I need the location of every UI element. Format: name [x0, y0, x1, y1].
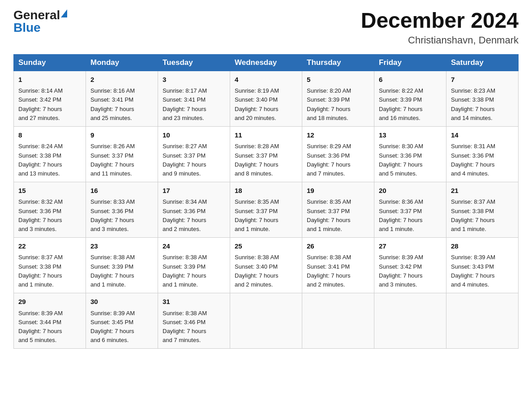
day-info: Sunrise: 8:17 AMSunset: 3:41 PMDaylight:… [163, 86, 225, 123]
day-info: Sunrise: 8:27 AMSunset: 3:37 PMDaylight:… [163, 142, 225, 178]
day-number: 13 [379, 130, 442, 141]
day-number: 24 [163, 241, 225, 252]
calendar-week-row: 8Sunrise: 8:24 AMSunset: 3:38 PMDaylight… [14, 126, 519, 182]
day-info: Sunrise: 8:39 AMSunset: 3:44 PMDaylight:… [18, 309, 81, 345]
calendar-cell [374, 293, 446, 349]
calendar-header-wednesday: Wednesday [230, 54, 302, 71]
day-number: 23 [90, 241, 153, 252]
calendar-week-row: 29Sunrise: 8:39 AMSunset: 3:44 PMDayligh… [14, 293, 519, 349]
calendar-cell: 25Sunrise: 8:38 AMSunset: 3:40 PMDayligh… [230, 237, 302, 293]
day-number: 30 [90, 297, 153, 307]
calendar-cell: 15Sunrise: 8:32 AMSunset: 3:36 PMDayligh… [14, 182, 86, 237]
day-number: 11 [235, 130, 297, 141]
day-info: Sunrise: 8:38 AMSunset: 3:40 PMDaylight:… [235, 253, 297, 289]
day-info: Sunrise: 8:37 AMSunset: 3:38 PMDaylight:… [18, 253, 81, 289]
logo-blue: Blue [13, 21, 41, 34]
calendar-cell: 14Sunrise: 8:31 AMSunset: 3:36 PMDayligh… [446, 126, 519, 182]
day-number: 7 [451, 75, 514, 85]
calendar-cell [446, 293, 519, 349]
day-info: Sunrise: 8:20 AMSunset: 3:39 PMDaylight:… [307, 86, 369, 123]
day-info: Sunrise: 8:22 AMSunset: 3:39 PMDaylight:… [379, 86, 442, 123]
calendar-cell: 13Sunrise: 8:30 AMSunset: 3:36 PMDayligh… [374, 126, 446, 182]
day-info: Sunrise: 8:39 AMSunset: 3:43 PMDaylight:… [451, 253, 514, 289]
day-info: Sunrise: 8:26 AMSunset: 3:37 PMDaylight:… [90, 142, 153, 178]
day-info: Sunrise: 8:23 AMSunset: 3:38 PMDaylight:… [451, 86, 514, 123]
location-title: Christianshavn, Denmark [361, 34, 519, 46]
calendar-cell: 2Sunrise: 8:16 AMSunset: 3:41 PMDaylight… [86, 71, 158, 126]
day-number: 21 [451, 186, 514, 196]
calendar-cell: 18Sunrise: 8:35 AMSunset: 3:37 PMDayligh… [230, 182, 302, 237]
calendar-cell: 9Sunrise: 8:26 AMSunset: 3:37 PMDaylight… [86, 126, 158, 182]
day-info: Sunrise: 8:38 AMSunset: 3:39 PMDaylight:… [163, 253, 225, 289]
calendar-cell: 16Sunrise: 8:33 AMSunset: 3:36 PMDayligh… [86, 182, 158, 237]
day-number: 12 [307, 130, 369, 141]
calendar-table: SundayMondayTuesdayWednesdayThursdayFrid… [13, 54, 519, 349]
day-number: 20 [379, 186, 442, 196]
day-info: Sunrise: 8:30 AMSunset: 3:36 PMDaylight:… [379, 142, 442, 178]
day-info: Sunrise: 8:19 AMSunset: 3:40 PMDaylight:… [235, 86, 297, 123]
calendar-cell: 6Sunrise: 8:22 AMSunset: 3:39 PMDaylight… [374, 71, 446, 126]
day-number: 15 [18, 186, 81, 196]
day-number: 1 [18, 75, 81, 85]
day-number: 18 [235, 186, 297, 196]
day-number: 10 [163, 130, 225, 141]
day-number: 27 [379, 241, 442, 252]
day-number: 14 [451, 130, 514, 141]
calendar-cell: 27Sunrise: 8:39 AMSunset: 3:42 PMDayligh… [374, 237, 446, 293]
day-info: Sunrise: 8:32 AMSunset: 3:36 PMDaylight:… [18, 197, 81, 234]
logo-general: General [13, 9, 60, 21]
calendar-header-friday: Friday [374, 54, 446, 71]
day-number: 3 [163, 75, 225, 85]
calendar-cell: 24Sunrise: 8:38 AMSunset: 3:39 PMDayligh… [158, 237, 230, 293]
day-number: 28 [451, 241, 514, 252]
day-info: Sunrise: 8:29 AMSunset: 3:36 PMDaylight:… [307, 142, 369, 178]
calendar-cell: 28Sunrise: 8:39 AMSunset: 3:43 PMDayligh… [446, 237, 519, 293]
calendar-cell: 3Sunrise: 8:17 AMSunset: 3:41 PMDaylight… [158, 71, 230, 126]
day-info: Sunrise: 8:28 AMSunset: 3:37 PMDaylight:… [235, 142, 297, 178]
calendar-cell [230, 293, 302, 349]
calendar-cell: 30Sunrise: 8:39 AMSunset: 3:45 PMDayligh… [86, 293, 158, 349]
day-number: 16 [90, 186, 153, 196]
logo: General Blue [13, 9, 67, 34]
calendar-cell: 4Sunrise: 8:19 AMSunset: 3:40 PMDaylight… [230, 71, 302, 126]
calendar-header-saturday: Saturday [446, 54, 519, 71]
calendar-cell: 11Sunrise: 8:28 AMSunset: 3:37 PMDayligh… [230, 126, 302, 182]
day-number: 31 [163, 297, 225, 307]
calendar-header-tuesday: Tuesday [158, 54, 230, 71]
logo-arrow-icon [61, 9, 67, 17]
calendar-cell: 1Sunrise: 8:14 AMSunset: 3:42 PMDaylight… [14, 71, 86, 126]
calendar-cell: 31Sunrise: 8:38 AMSunset: 3:46 PMDayligh… [158, 293, 230, 349]
calendar-cell: 17Sunrise: 8:34 AMSunset: 3:36 PMDayligh… [158, 182, 230, 237]
day-number: 2 [90, 75, 153, 85]
calendar-cell [302, 293, 374, 349]
day-info: Sunrise: 8:24 AMSunset: 3:38 PMDaylight:… [18, 142, 81, 178]
calendar-header-thursday: Thursday [302, 54, 374, 71]
calendar-cell: 10Sunrise: 8:27 AMSunset: 3:37 PMDayligh… [158, 126, 230, 182]
day-number: 19 [307, 186, 369, 196]
day-info: Sunrise: 8:34 AMSunset: 3:36 PMDaylight:… [163, 197, 225, 234]
day-info: Sunrise: 8:35 AMSunset: 3:37 PMDaylight:… [235, 197, 297, 234]
day-info: Sunrise: 8:31 AMSunset: 3:36 PMDaylight:… [451, 142, 514, 178]
calendar-header-row: SundayMondayTuesdayWednesdayThursdayFrid… [14, 54, 519, 71]
day-info: Sunrise: 8:38 AMSunset: 3:41 PMDaylight:… [307, 253, 369, 289]
calendar-week-row: 15Sunrise: 8:32 AMSunset: 3:36 PMDayligh… [14, 182, 519, 237]
calendar-cell: 26Sunrise: 8:38 AMSunset: 3:41 PMDayligh… [302, 237, 374, 293]
calendar-cell: 5Sunrise: 8:20 AMSunset: 3:39 PMDaylight… [302, 71, 374, 126]
day-number: 9 [90, 130, 153, 141]
calendar-cell: 29Sunrise: 8:39 AMSunset: 3:44 PMDayligh… [14, 293, 86, 349]
calendar-cell: 12Sunrise: 8:29 AMSunset: 3:36 PMDayligh… [302, 126, 374, 182]
calendar-cell: 19Sunrise: 8:35 AMSunset: 3:37 PMDayligh… [302, 182, 374, 237]
day-number: 29 [18, 297, 81, 307]
month-title: December 2024 [361, 9, 519, 33]
day-info: Sunrise: 8:33 AMSunset: 3:36 PMDaylight:… [90, 197, 153, 234]
day-info: Sunrise: 8:39 AMSunset: 3:45 PMDaylight:… [90, 309, 153, 345]
calendar-cell: 22Sunrise: 8:37 AMSunset: 3:38 PMDayligh… [14, 237, 86, 293]
day-info: Sunrise: 8:36 AMSunset: 3:37 PMDaylight:… [379, 197, 442, 234]
calendar-cell: 8Sunrise: 8:24 AMSunset: 3:38 PMDaylight… [14, 126, 86, 182]
page-header: General Blue December 2024 Christianshav… [13, 9, 519, 46]
day-info: Sunrise: 8:39 AMSunset: 3:42 PMDaylight:… [379, 253, 442, 289]
day-number: 4 [235, 75, 297, 85]
day-number: 6 [379, 75, 442, 85]
title-block: December 2024 Christianshavn, Denmark [361, 9, 519, 46]
day-info: Sunrise: 8:16 AMSunset: 3:41 PMDaylight:… [90, 86, 153, 123]
